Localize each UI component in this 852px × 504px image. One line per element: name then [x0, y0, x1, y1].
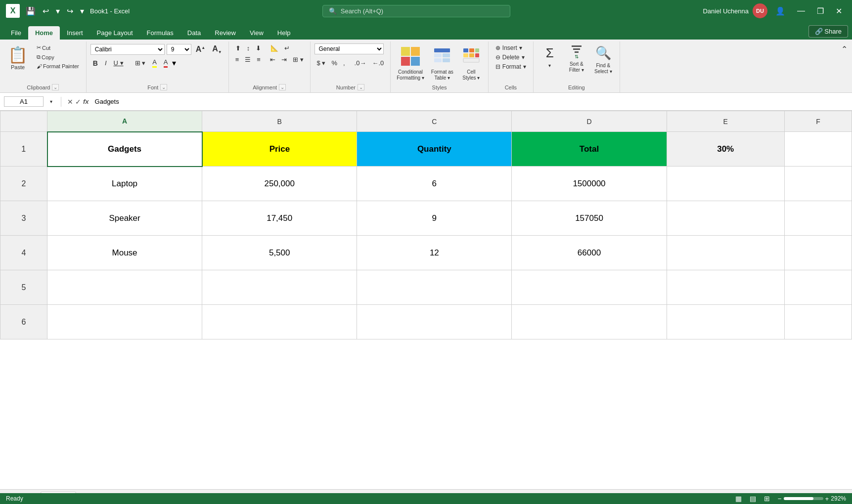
page-layout-view-button[interactable]: ▤	[750, 495, 756, 503]
format-painter-button[interactable]: 🖌 Format Painter	[34, 62, 82, 70]
bold-button[interactable]: B	[90, 58, 100, 68]
corner-header[interactable]	[0, 111, 47, 132]
redo-button[interactable]: ↪	[65, 5, 75, 17]
cell-f3[interactable]	[784, 201, 852, 236]
copy-button[interactable]: ⧉ Copy	[34, 53, 82, 61]
page-break-view-button[interactable]: ⊞	[764, 495, 770, 503]
cell-styles-button[interactable]: CellStyles ▾	[458, 43, 484, 83]
cancel-formula-button[interactable]: ✕	[67, 98, 73, 106]
align-center-button[interactable]: ☰	[242, 55, 253, 64]
col-header-b[interactable]: B	[202, 111, 357, 132]
cell-e5[interactable]	[667, 270, 784, 305]
row-header-3[interactable]: 3	[0, 201, 47, 236]
insert-function-button[interactable]: fx	[83, 98, 89, 106]
cell-a1[interactable]: Gadgets	[47, 132, 202, 167]
undo-dropdown[interactable]: ▾	[54, 5, 62, 17]
wrap-text-button[interactable]: ↵	[282, 43, 292, 53]
share-button[interactable]: 🔗 Share	[808, 25, 848, 38]
alignment-expand-icon[interactable]: ⌄	[279, 84, 286, 90]
search-input[interactable]	[341, 7, 504, 15]
fill-color-button[interactable]: A	[150, 57, 159, 69]
align-middle-button[interactable]: ↕	[244, 43, 253, 53]
font-name-select[interactable]: Calibri	[90, 44, 165, 55]
italic-button[interactable]: I	[102, 58, 109, 68]
formula-input[interactable]	[93, 97, 848, 106]
cell-e3[interactable]	[667, 201, 784, 236]
cell-f4[interactable]	[784, 236, 852, 270]
paste-button[interactable]: 📋 Paste	[4, 43, 32, 72]
conditional-formatting-button[interactable]: ConditionalFormatting ▾	[395, 43, 426, 83]
cell-b2[interactable]: 250,000	[202, 167, 357, 201]
collapse-ribbon-button[interactable]: ⌃	[839, 43, 850, 55]
cell-e6[interactable]	[667, 305, 784, 339]
find-select-button[interactable]: 🔍 Find &Select ▾	[591, 43, 616, 77]
tab-data[interactable]: Data	[180, 26, 208, 40]
col-header-d[interactable]: D	[512, 111, 667, 132]
sort-filter-button[interactable]: ⇅ Sort &Filter ▾	[564, 43, 589, 77]
cut-button[interactable]: ✂ Cut	[34, 43, 82, 52]
indent-increase-button[interactable]: ⇥	[279, 55, 289, 64]
cell-e4[interactable]	[667, 236, 784, 270]
cell-a4[interactable]: Mouse	[47, 236, 202, 270]
angle-text-button[interactable]: 📐	[268, 43, 281, 53]
col-header-a[interactable]: A	[47, 111, 202, 132]
cell-c5[interactable]	[357, 270, 512, 305]
save-button[interactable]: 💾	[24, 5, 38, 17]
cell-b6[interactable]	[202, 305, 357, 339]
tab-file[interactable]: File	[4, 26, 28, 40]
row-header-5[interactable]: 5	[0, 270, 47, 305]
cell-b3[interactable]: 17,450	[202, 201, 357, 236]
cell-b1[interactable]: Price	[202, 132, 357, 167]
cell-reference-input[interactable]	[4, 96, 44, 107]
row-header-2[interactable]: 2	[0, 167, 47, 201]
cell-f2[interactable]	[784, 167, 852, 201]
undo-button[interactable]: ↩	[41, 5, 51, 17]
minimize-button[interactable]: —	[793, 5, 809, 17]
align-right-button[interactable]: ≡	[254, 55, 263, 64]
underline-button[interactable]: U ▾	[111, 58, 126, 68]
clipboard-expand-icon[interactable]: ⌄	[52, 84, 59, 90]
cell-a2[interactable]: Laptop	[47, 167, 202, 201]
decrease-font-button[interactable]: A▼	[210, 43, 224, 55]
cell-c2[interactable]: 6	[357, 167, 512, 201]
indent-decrease-button[interactable]: ⇤	[268, 55, 278, 64]
cell-d5[interactable]	[512, 270, 667, 305]
restore-button[interactable]: ❐	[813, 5, 828, 17]
delete-cells-button[interactable]: ⊖ Delete ▾	[493, 53, 529, 62]
col-header-e[interactable]: E	[667, 111, 784, 132]
tab-home[interactable]: Home	[28, 26, 60, 40]
customize-quick-access[interactable]: ▾	[78, 5, 86, 17]
zoom-out-button[interactable]: −	[778, 495, 782, 503]
name-box-dropdown[interactable]: ▾	[47, 98, 55, 105]
tab-page-layout[interactable]: Page Layout	[90, 26, 140, 40]
comma-button[interactable]: ,	[341, 58, 348, 68]
borders-button[interactable]: ⊞ ▾	[133, 58, 148, 68]
format-cells-button[interactable]: ⊟ Format ▾	[493, 62, 529, 71]
format-as-table-button[interactable]: Format asTable ▾	[429, 43, 455, 83]
cell-d3[interactable]: 157050	[512, 201, 667, 236]
col-header-f[interactable]: F	[784, 111, 852, 132]
align-top-button[interactable]: ⬆	[233, 43, 243, 53]
row-header-6[interactable]: 6	[0, 305, 47, 339]
cell-c1[interactable]: Quantity	[357, 132, 512, 167]
font-size-select[interactable]: 9	[167, 44, 191, 55]
search-bar[interactable]: 🔍	[322, 5, 510, 17]
zoom-slider[interactable]	[784, 497, 823, 500]
tab-insert[interactable]: Insert	[60, 26, 90, 40]
inc-decimal-button[interactable]: .0→	[352, 58, 369, 68]
cell-c6[interactable]	[357, 305, 512, 339]
cell-d2[interactable]: 1500000	[512, 167, 667, 201]
percent-button[interactable]: %	[329, 58, 340, 68]
tab-view[interactable]: View	[243, 26, 270, 40]
cell-b4[interactable]: 5,500	[202, 236, 357, 270]
align-left-button[interactable]: ≡	[233, 55, 242, 64]
merge-center-button[interactable]: ⊞ ▾	[290, 55, 306, 64]
cell-a6[interactable]	[47, 305, 202, 339]
tab-review[interactable]: Review	[208, 26, 243, 40]
cell-f5[interactable]	[784, 270, 852, 305]
confirm-formula-button[interactable]: ✓	[75, 98, 81, 106]
cell-d6[interactable]	[512, 305, 667, 339]
cell-e1[interactable]: 30%	[667, 132, 784, 167]
dec-decimal-button[interactable]: ←.0	[369, 58, 386, 68]
font-color-button[interactable]: A	[161, 57, 171, 69]
